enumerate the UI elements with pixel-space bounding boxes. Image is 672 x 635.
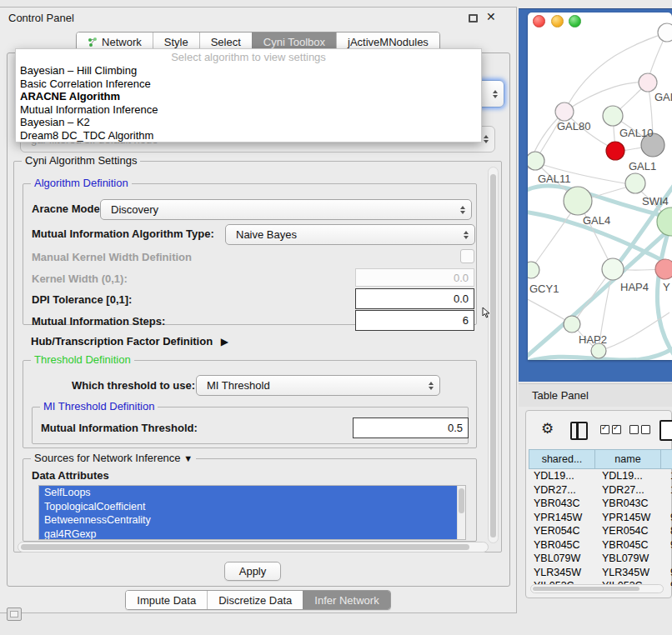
dpi-tolerance-field[interactable]: 0.0 (355, 288, 474, 309)
table-cell[interactable]: YDL19... (597, 469, 665, 483)
list-vscrollbar[interactable] (457, 486, 465, 539)
mi-type-value: Naive Bayes (236, 228, 297, 241)
table-cell[interactable] (665, 497, 672, 511)
tab-impute-data[interactable]: Impute Data (126, 591, 207, 609)
table-row[interactable]: YDR27...YDR27...12 (529, 483, 672, 498)
table-cell[interactable]: 12 (665, 483, 672, 498)
table-cell[interactable]: YBR045C (597, 538, 665, 552)
data-attribute-item[interactable]: gal4RGexp (39, 528, 465, 541)
table-cell[interactable] (665, 552, 672, 566)
table-row[interactable]: YBR043CYBR043C (529, 497, 672, 511)
table-cell[interactable]: YDR27... (529, 483, 597, 498)
table-cell[interactable]: YBL079W (529, 552, 597, 566)
table-cell[interactable]: YDL19... (529, 469, 597, 483)
table-row[interactable]: YBR045CYBR045C9. (529, 538, 672, 552)
network-node[interactable] (657, 208, 672, 236)
table-cell[interactable]: YDR27... (597, 483, 665, 498)
column-header[interactable]: shared... (529, 450, 595, 469)
algorithm-option[interactable]: Mutual Information Inference (16, 103, 481, 117)
table-cell[interactable]: YER054C (529, 524, 597, 538)
minimize-traffic-light-icon[interactable] (551, 15, 564, 28)
table-cell[interactable]: YPR145W (529, 511, 597, 525)
restore-panel-icon[interactable] (7, 608, 22, 621)
network-node-gal4[interactable] (564, 187, 592, 215)
table-hscrollbar-thumb[interactable] (533, 587, 639, 591)
settings-vscrollbar-thumb[interactable] (490, 174, 496, 538)
table-row[interactable]: YBL079WYBL079W (529, 552, 672, 566)
mi-threshold-field[interactable]: 0.5 (353, 418, 469, 438)
table-row[interactable]: YLR345WYLR345W9. (529, 566, 672, 580)
table-hscrollbar[interactable] (530, 584, 664, 593)
table-cell[interactable]: 9. (665, 538, 672, 552)
collapse-arrow-icon[interactable]: ▼ (183, 453, 193, 463)
manual-kernel-checkbox[interactable] (460, 249, 474, 263)
network-node-gcy1[interactable] (528, 262, 539, 278)
table-cell[interactable]: YLR345W (529, 566, 597, 580)
close-icon[interactable]: ✕ (486, 10, 496, 23)
algorithm-definition-group: Algorithm Definition Aracne Mode: Discov… (23, 183, 477, 325)
table-row[interactable]: YER054CYER054C8. (529, 524, 672, 538)
mi-steps-field[interactable]: 6 (355, 310, 474, 331)
group-title: Threshold Definition (31, 353, 134, 366)
table-row[interactable]: YPR145WYPR145W9. (529, 511, 672, 525)
kernel-width-field[interactable]: 0.0 (355, 268, 474, 287)
column-header[interactable]: A (661, 450, 672, 469)
table-cell[interactable]: YLR345W (597, 566, 665, 580)
network-node-swi4[interactable] (625, 173, 645, 193)
table-cell[interactable]: 9. (665, 579, 672, 586)
table-cell[interactable]: YBR043C (529, 497, 597, 511)
settings-hscrollbar[interactable] (18, 542, 489, 552)
settings-vscrollbar[interactable] (488, 167, 499, 543)
deselect-all-checks-icon[interactable] (629, 425, 650, 434)
table-cell[interactable]: 8. (665, 524, 672, 538)
data-attribute-item[interactable]: BetweennessCentrality (39, 513, 465, 528)
table-cell[interactable]: YBR045C (529, 538, 597, 552)
network-node-gal80[interactable] (555, 102, 574, 121)
list-vscrollbar-thumb[interactable] (459, 488, 464, 513)
close-traffic-light-icon[interactable] (533, 15, 545, 28)
gear-icon[interactable]: ⚙ (541, 422, 554, 436)
select-all-checks-icon[interactable] (600, 425, 621, 434)
network-canvas[interactable]: GALGAL80GAL10GAL1GAL11SWI4GAL4GCY1YHAP4H… (528, 12, 672, 360)
network-node-hap2[interactable] (564, 316, 580, 332)
network-view-window[interactable]: GALGAL80GAL10GAL1GAL11SWI4GAL4GCY1YHAP4H… (528, 12, 672, 360)
which-threshold-combo[interactable]: MI Threshold (196, 375, 440, 396)
settings-hscrollbar-thumb[interactable] (21, 544, 469, 550)
table-cell[interactable]: 9. (665, 511, 672, 525)
algorithm-option[interactable]: Bayesian – Hill Climbing (16, 64, 481, 78)
table-cell[interactable]: YBR043C (597, 497, 665, 511)
tab-label: Discretize Data (218, 594, 292, 607)
network-node-gal1[interactable] (606, 142, 624, 160)
column-header[interactable]: name (595, 450, 661, 469)
float-window-icon[interactable] (469, 14, 478, 22)
hub-definition-expander[interactable]: Hub/Transcription Factor Definition ▶ (31, 335, 228, 348)
network-node-gal10[interactable] (603, 106, 623, 126)
network-node-y[interactable] (655, 259, 672, 279)
table-cell[interactable]: YBL079W (597, 552, 665, 566)
apply-button[interactable]: Apply (224, 562, 281, 581)
network-node-gal11[interactable] (528, 152, 544, 170)
algorithm-option[interactable]: Basic Correlation Inference (16, 78, 481, 91)
tab-discretize-data[interactable]: Discretize Data (207, 591, 303, 609)
data-attribute-item[interactable]: SelfLoops (39, 486, 465, 500)
screen: { "window": { "title": "Control Panel" }… (0, 0, 672, 635)
algorithm-option[interactable]: Bayesian – K2 (16, 116, 481, 129)
table-cell[interactable]: 13 (665, 469, 672, 483)
data-attribute-item[interactable]: TopologicalCoefficient (39, 500, 465, 514)
mi-type-combo[interactable]: Naive Bayes (225, 224, 475, 245)
network-node-gal[interactable] (639, 73, 657, 92)
algorithm-option[interactable]: Dream8 DC_TDC Algorithm (16, 129, 481, 142)
file-icon[interactable] (659, 420, 672, 441)
aracne-mode-combo[interactable]: Discovery (100, 199, 472, 220)
network-node[interactable] (658, 23, 672, 42)
network-node-hap4[interactable] (602, 258, 624, 280)
tab-infer-network[interactable]: Infer Network (303, 591, 389, 609)
cyni-algorithm-settings-group: Cyni Algorithm Settings Algorithm Defini… (13, 161, 502, 552)
table-cell[interactable]: YER054C (597, 524, 665, 538)
table-cell[interactable]: 9. (665, 566, 672, 580)
algorithm-option[interactable]: ARACNE Algorithm (16, 90, 481, 103)
zoom-traffic-light-icon[interactable] (569, 15, 581, 28)
table-row[interactable]: YDL19...YDL19...13 (529, 469, 672, 483)
table-cell[interactable]: YPR145W (597, 511, 665, 525)
columns-icon[interactable] (570, 422, 588, 440)
